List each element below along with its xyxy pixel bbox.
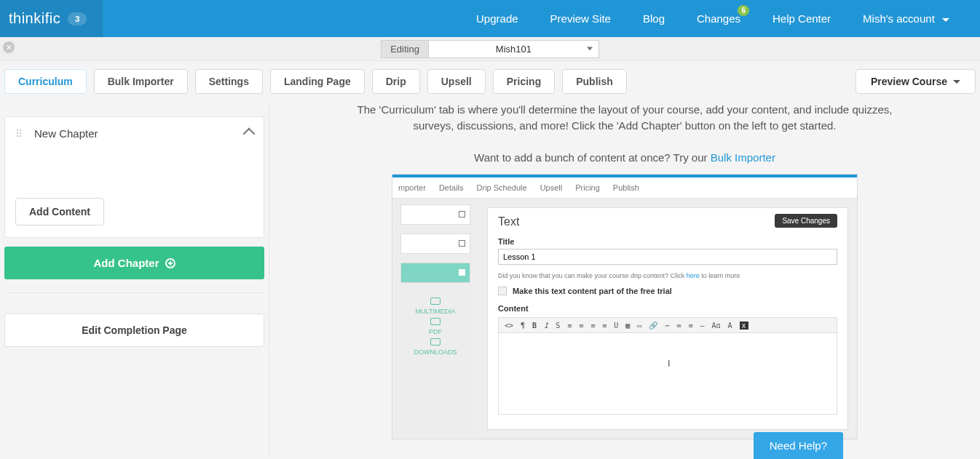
curriculum-sidebar: ⠿ New Chapter Add Content Add Chapter Ed… — [0, 102, 269, 457]
demo-tab: Publish — [613, 183, 639, 192]
demo-tabs: mporter Details Drip Schedule Upsell Pri… — [392, 177, 857, 199]
nav-changes-label: Changes — [697, 12, 740, 25]
add-chapter-button[interactable]: Add Chapter — [4, 247, 264, 279]
chapter-title[interactable]: New Chapter — [34, 127, 234, 140]
chevron-up-icon[interactable] — [243, 127, 256, 140]
demo-mini-label: MULTIMEDIA — [416, 308, 456, 315]
demo-toolbar: <>¶BIS≡≡≡≡U▦▭🔗⋯∞≡—AɑAx — [498, 317, 837, 333]
close-icon[interactable]: ✕ — [3, 41, 15, 53]
demo-sidebar: MULTIMEDIA PDF DOWNLOADS — [392, 199, 478, 439]
tab-upsell[interactable]: Upsell — [427, 69, 486, 94]
add-chapter-label: Add Chapter — [94, 257, 159, 269]
demo-editor-panel: Save Changes Text Title Did you know tha… — [487, 207, 848, 430]
nav-account[interactable]: Mish's account — [847, 12, 965, 25]
bulk-importer-link[interactable]: Bulk Importer — [711, 151, 775, 164]
square-icon — [459, 211, 465, 217]
demo-free-trial-checkbox — [498, 287, 507, 295]
multimedia-icon — [430, 298, 440, 305]
brand-block: thinkific 3 — [0, 0, 103, 37]
editing-label: Editing — [381, 40, 428, 58]
tab-settings[interactable]: Settings — [195, 69, 263, 94]
demo-tab: Pricing — [575, 183, 600, 192]
chevron-down-icon — [953, 80, 960, 84]
demo-mini-label: PDF — [429, 328, 442, 335]
brand-badge: 3 — [68, 12, 87, 25]
demo-title-label: Title — [498, 237, 837, 246]
tab-drip[interactable]: Drip — [372, 69, 420, 94]
demo-drip-hint: Did you know that you can make your cour… — [498, 272, 837, 279]
brand-logo: thinkific — [9, 10, 60, 27]
editing-row: ✕ Editing Mish101 — [0, 37, 980, 61]
plus-circle-icon — [165, 258, 175, 268]
tab-curriculum[interactable]: Curriculum — [4, 69, 87, 94]
main-panel: The 'Curriculum' tab is where you'll det… — [269, 102, 980, 457]
chevron-down-icon — [587, 47, 593, 51]
nav-help-center[interactable]: Help Center — [756, 12, 847, 25]
changes-count-badge: 6 — [738, 5, 749, 16]
demo-tab: Drip Schedule — [477, 183, 527, 192]
course-select[interactable]: Mish101 — [428, 40, 599, 58]
add-content-button[interactable]: Add Content — [15, 198, 104, 225]
demo-tab: Upsell — [540, 183, 563, 192]
pdf-icon — [430, 318, 440, 325]
nav-account-label: Mish's account — [863, 12, 935, 25]
preview-course-label: Preview Course — [871, 76, 947, 87]
square-icon — [459, 269, 465, 276]
download-icon — [430, 338, 440, 346]
edit-completion-page-button[interactable]: Edit Completion Page — [4, 314, 264, 347]
demo-free-trial-label: Make this text content part of the free … — [513, 287, 672, 295]
need-help-button[interactable]: Need Help? — [754, 432, 843, 459]
nav-upgrade[interactable]: Upgrade — [460, 12, 534, 25]
topbar: thinkific 3 Upgrade Preview Site Blog Ch… — [0, 0, 980, 37]
course-tabs: Curriculum Bulk Importer Settings Landin… — [0, 61, 980, 102]
tab-landing-page[interactable]: Landing Page — [270, 69, 365, 94]
nav-changes[interactable]: Changes 6 — [681, 12, 756, 25]
tab-publish[interactable]: Publish — [562, 69, 627, 94]
nav-blog[interactable]: Blog — [627, 12, 681, 25]
course-select-value: Mish101 — [496, 44, 532, 55]
demo-tab: Details — [439, 183, 464, 192]
drag-handle-icon[interactable]: ⠿ — [15, 128, 24, 140]
preview-course-button[interactable]: Preview Course — [855, 69, 976, 94]
demo-content-label: Content — [498, 304, 837, 313]
curriculum-intro: The 'Curriculum' tab is where you'll det… — [348, 102, 901, 134]
nav-preview-site[interactable]: Preview Site — [534, 12, 627, 25]
tab-pricing[interactable]: Pricing — [493, 69, 555, 94]
chapter-card: ⠿ New Chapter Add Content — [4, 116, 264, 238]
demo-mini-label: DOWNLOADS — [414, 348, 457, 356]
chevron-down-icon — [942, 18, 949, 22]
text-cursor-icon: I — [668, 358, 671, 369]
tab-bulk-importer[interactable]: Bulk Importer — [94, 69, 188, 94]
demo-title-input — [498, 249, 837, 265]
demo-save-button: Save Changes — [775, 214, 837, 228]
demo-tab: mporter — [398, 183, 426, 192]
square-icon — [459, 240, 465, 247]
demo-editor-area: I — [498, 333, 837, 415]
demo-screenshot: mporter Details Drip Schedule Upsell Pri… — [392, 174, 858, 439]
bulk-importer-hint: Want to add a bunch of content at once? … — [348, 150, 901, 166]
